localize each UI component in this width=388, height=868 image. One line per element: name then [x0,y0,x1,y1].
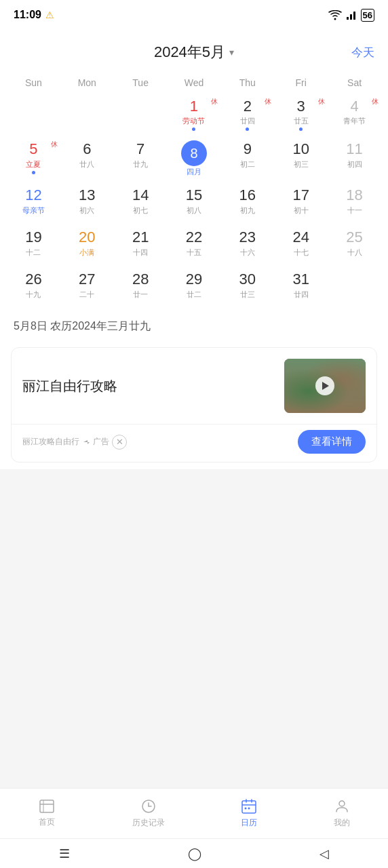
calendar-cell-16[interactable]: 16 初九 [220,182,274,224]
calendar-header: 2024年5月 ▾ 今天 [0,30,388,69]
calendar-cell-5[interactable]: 休 5 立夏 [7,136,60,182]
calendar-cell-17[interactable]: 17 初十 [274,182,328,224]
ad-close-button[interactable]: ✕ [112,435,127,450]
calendar-cell-empty3 [114,94,168,136]
cal-num-18: 18 [346,186,362,204]
cal-sub-8: 四月 [187,167,201,177]
calendar-cell-empty2 [60,94,114,136]
calendar-cell-23[interactable]: 23 十六 [220,224,274,267]
nav-item-calendar[interactable]: 日历 [241,798,257,829]
main-content: 2024年5月 ▾ 今天 Sun Mon Tue Wed Thu Fri Sat… [0,30,388,788]
calendar-cell-4[interactable]: 休 4 青年节 [328,94,381,136]
calendar-cell-7[interactable]: 7 廿九 [114,136,168,182]
svg-rect-10 [242,801,256,813]
calendar-cell-13[interactable]: 13 初六 [60,182,114,224]
today-button[interactable]: 今天 [351,45,374,60]
calendar-cell-19[interactable]: 19 十二 [7,224,60,267]
cal-num-23: 23 [239,229,256,246]
calendar-cell-29[interactable]: 29 廿二 [168,267,221,309]
cal-num-6: 6 [83,140,91,158]
calendar-cell-27[interactable]: 27 二十 [60,267,114,309]
cal-num-5: 5 [29,140,37,158]
nav-item-history[interactable]: 历史记录 [132,798,165,829]
ad-thumbnail[interactable] [284,359,366,413]
calendar-cell-1[interactable]: 休 1 劳动节 [168,94,221,136]
month-title[interactable]: 2024年5月 ▾ [154,42,234,62]
weekday-tue: Tue [114,75,168,91]
calendar-nav-icon [241,798,257,814]
wifi-icon [328,10,342,20]
svg-point-0 [334,18,336,20]
calendar-cell-25[interactable]: 25 十八 [328,224,381,267]
calendar-cell-21[interactable]: 21 十四 [114,224,168,267]
calendar-cell-18[interactable]: 18 十一 [328,182,381,224]
cal-num-7: 7 [136,140,144,158]
date-info: 5月8日 农历2024年三月廿九 [0,309,388,340]
calendar-cell-24[interactable]: 24 十七 [274,224,328,267]
cal-num-24: 24 [292,229,309,246]
status-time: 11:09 [14,9,41,21]
cal-num-11: 11 [346,140,362,158]
svg-point-14 [245,808,247,810]
cal-sub-15: 初八 [187,205,201,216]
cal-num-13: 13 [79,186,95,204]
cal-sub-29: 廿二 [187,290,201,300]
home-nav-icon [38,799,56,814]
content-spacer [0,469,388,788]
cal-sub-17: 初十 [294,205,309,216]
cal-sub-31: 廿四 [294,290,309,300]
weekday-mon: Mon [60,75,114,91]
calendar-cell-3[interactable]: 休 3 廿五 [274,94,328,136]
calendar-cell-15[interactable]: 15 初八 [168,182,221,224]
calendar-cell-12[interactable]: 12 母亲节 [7,182,60,224]
forward-icon [82,438,90,446]
calendar-cell-14[interactable]: 14 初七 [114,182,168,224]
cal-dot-3 [299,127,303,131]
nav-item-home[interactable]: 首页 [38,799,56,828]
sys-nav-menu[interactable]: ☰ [45,841,83,867]
weekdays-header: Sun Mon Tue Wed Thu Fri Sat [0,69,388,94]
calendar-cell-30[interactable]: 30 廿三 [220,267,274,309]
cal-num-19: 19 [25,229,41,246]
svg-point-16 [339,801,345,806]
cal-sub-19: 十二 [26,248,41,258]
sys-nav-back[interactable]: ◁ [306,841,343,867]
ad-title: 丽江自由行攻略 [22,377,276,395]
ad-detail-button[interactable]: 查看详情 [298,430,366,454]
calendar-cell-28[interactable]: 28 廿一 [114,267,168,309]
cal-num-21: 21 [132,229,149,246]
cal-sub-2: 廿四 [240,116,255,126]
nav-item-mine[interactable]: 我的 [334,798,350,829]
calendar-cell-11[interactable]: 11 初四 [328,136,381,182]
holiday-tag-3: 休 [318,97,325,106]
calendar-cell-10[interactable]: 10 初三 [274,136,328,182]
weekday-fri: Fri [274,75,328,91]
calendar-cell-8-today[interactable]: 8 四月 [168,136,221,182]
warning-icon: ⚠ [45,9,54,20]
calendar-cell-6[interactable]: 6 廿八 [60,136,114,182]
cal-num-14: 14 [132,186,149,204]
weekday-thu: Thu [220,75,274,91]
cal-num-26: 26 [25,271,41,288]
calendar-cell-9[interactable]: 9 初二 [220,136,274,182]
holiday-tag-5: 休 [51,140,58,149]
calendar-cell-2[interactable]: 休 2 廿四 [220,94,274,136]
calendar-cell-20[interactable]: 20 小满 [60,224,114,267]
sys-nav-home[interactable]: ◯ [174,841,215,867]
cal-num-15: 15 [186,186,202,204]
calendar-cell-22[interactable]: 22 十五 [168,224,221,267]
cal-sub-21: 十四 [133,248,148,258]
cal-sub-13: 初六 [79,205,94,216]
cal-num-22: 22 [186,229,202,246]
calendar-cell-31[interactable]: 31 廿四 [274,267,328,309]
cal-dot-2 [246,127,249,131]
cal-num-29: 29 [186,271,202,288]
battery-icon: 56 [361,9,374,22]
svg-rect-1 [347,17,349,20]
status-icons: 56 [328,9,374,22]
calendar-cell-26[interactable]: 26 十九 [7,267,60,309]
svg-rect-2 [350,14,352,20]
system-nav: ☰ ◯ ◁ [0,838,388,868]
cal-sub-5: 立夏 [26,159,41,170]
holiday-tag-2: 休 [265,97,271,106]
